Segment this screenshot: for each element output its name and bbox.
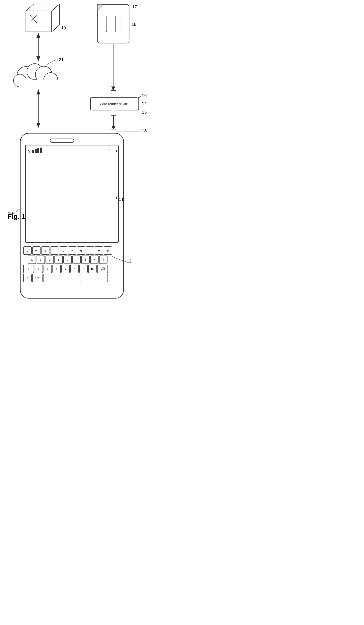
cloud-group: [14, 64, 58, 90]
svg-rect-59: [86, 247, 94, 254]
svg-text:i: i: [90, 249, 90, 252]
keyboard-row4: □ 123 — ., ↵: [24, 274, 108, 282]
svg-rect-36: [26, 145, 118, 243]
svg-text:d: d: [49, 258, 51, 261]
svg-rect-105: [43, 274, 79, 282]
svg-rect-101: [24, 274, 31, 282]
svg-rect-63: [104, 247, 112, 254]
label-19-text: 19: [61, 26, 66, 31]
svg-rect-49: [41, 247, 49, 254]
svg-text:⌫: ⌫: [101, 267, 105, 270]
svg-text:Y: Y: [28, 149, 31, 154]
label-11-text: 11: [119, 197, 124, 202]
svg-text:r: r: [54, 249, 55, 252]
svg-marker-26: [36, 90, 40, 94]
svg-rect-67: [37, 256, 45, 264]
svg-text:t: t: [63, 249, 64, 252]
svg-text:j: j: [85, 258, 86, 261]
svg-rect-65: [28, 256, 36, 264]
svg-rect-73: [64, 256, 72, 264]
svg-text:y: y: [71, 249, 73, 252]
svg-rect-0: [26, 11, 52, 32]
server-box-group: [26, 4, 60, 32]
svg-rect-95: [80, 265, 87, 273]
svg-text:c: c: [56, 267, 57, 270]
svg-marker-32: [112, 126, 115, 130]
label-13-text: 13: [142, 128, 147, 133]
keyboard-row1: q w e r t y u i o p: [24, 247, 112, 254]
svg-rect-85: [35, 265, 43, 273]
svg-rect-18: [20, 80, 58, 90]
svg-text:n: n: [83, 267, 84, 270]
svg-rect-87: [44, 265, 52, 273]
svg-rect-89: [53, 265, 61, 273]
svg-rect-103: [32, 274, 42, 282]
diagram-container: 19 17 18: [0, 0, 182, 312]
svg-rect-33: [111, 129, 116, 134]
label-16-text: 16: [142, 93, 147, 98]
label-18-text: 18: [132, 22, 136, 27]
sim-card-group: [97, 4, 129, 43]
svg-rect-41: [37, 148, 39, 153]
svg-point-15: [35, 66, 52, 83]
svg-point-16: [44, 73, 58, 87]
svg-rect-34: [20, 133, 124, 298]
svg-text:q: q: [27, 249, 28, 252]
svg-text:l: l: [103, 258, 104, 261]
svg-text:m: m: [91, 267, 94, 270]
svg-rect-43: [109, 149, 116, 153]
svg-marker-2: [52, 4, 60, 32]
label-12-text: 12: [127, 258, 132, 263]
svg-text:w: w: [35, 249, 38, 252]
label-17-text: 17: [132, 4, 137, 9]
keyboard-row2: a s d f g h j k l: [28, 256, 107, 264]
svg-text:b: b: [74, 267, 75, 270]
svg-rect-55: [68, 247, 76, 254]
svg-rect-35: [50, 139, 74, 142]
svg-text:.,: .,: [84, 277, 86, 280]
svg-rect-42: [40, 148, 42, 153]
svg-marker-27: [36, 123, 40, 128]
svg-rect-61: [95, 247, 103, 254]
diagram-svg: 19 17 18: [0, 0, 182, 312]
svg-rect-39: [32, 150, 34, 153]
svg-marker-24: [111, 87, 115, 91]
svg-text:h: h: [76, 258, 77, 261]
svg-rect-91: [62, 265, 70, 273]
svg-marker-22: [36, 56, 40, 61]
svg-rect-77: [82, 256, 89, 264]
svg-point-14: [27, 64, 43, 80]
svg-text:z: z: [38, 267, 40, 270]
card-reader-device-box: Card reader device: [90, 97, 138, 110]
svg-point-13: [17, 67, 35, 85]
fig-label-text: Fig. 1: [7, 213, 25, 220]
svg-text:k: k: [94, 258, 95, 261]
svg-marker-1: [26, 4, 60, 11]
svg-rect-83: [24, 265, 34, 273]
svg-text:s: s: [40, 258, 42, 261]
svg-rect-44: [116, 150, 117, 152]
svg-rect-107: [80, 274, 90, 282]
svg-rect-79: [90, 256, 98, 264]
svg-rect-99: [97, 265, 108, 273]
svg-rect-47: [32, 247, 40, 254]
svg-line-3: [30, 15, 37, 23]
label-14-text: 14: [142, 101, 147, 106]
keyboard-row3: ⇧ z x c v b n m ⌫: [24, 265, 108, 273]
label-10-text: 10: [8, 211, 13, 216]
svg-text:g: g: [67, 258, 68, 261]
svg-rect-69: [46, 256, 54, 264]
svg-rect-75: [73, 256, 81, 264]
svg-rect-71: [55, 256, 63, 264]
card-reader-label: Card reader device: [100, 102, 129, 106]
label-21-text: 21: [59, 57, 64, 62]
label-15-text: 15: [142, 110, 147, 115]
svg-text:v: v: [65, 267, 66, 270]
svg-text:a: a: [31, 258, 33, 261]
svg-marker-12: [97, 4, 103, 10]
svg-rect-57: [77, 247, 85, 254]
svg-rect-30: [111, 110, 116, 115]
svg-point-17: [14, 74, 26, 87]
svg-text:u: u: [80, 249, 82, 252]
svg-rect-81: [99, 256, 107, 264]
